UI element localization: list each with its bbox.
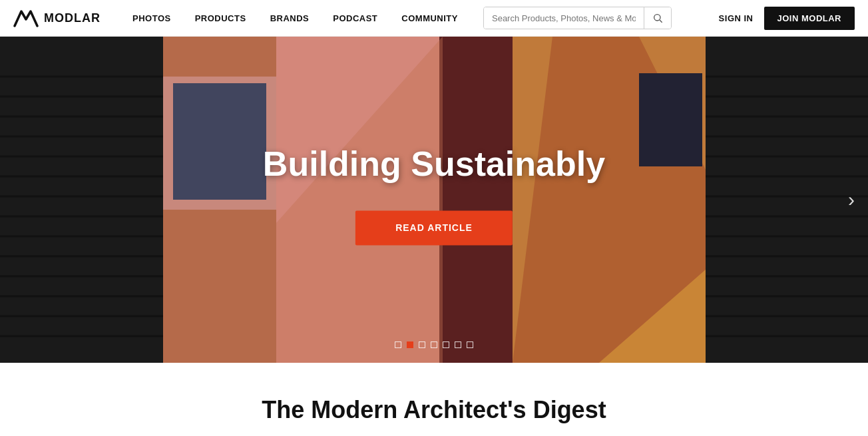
svg-rect-18	[706, 37, 868, 363]
svg-rect-39	[639, 73, 702, 166]
next-arrow-button[interactable]: ›	[848, 188, 855, 211]
main-nav: PHOTOS PRODUCTS BRANDS PODCAST COMMUNITY	[120, 0, 470, 37]
carousel-dot-4[interactable]	[431, 341, 437, 348]
svg-rect-3	[0, 37, 163, 363]
hero-section: Building Sustainably READ ARTICLE ›	[0, 37, 868, 363]
carousel-dot-2[interactable]	[407, 341, 413, 348]
search-icon	[652, 13, 663, 23]
sign-in-button[interactable]: SIGN IN	[719, 13, 754, 23]
site-header: MODLAR PHOTOS PRODUCTS BRANDS PODCAST CO…	[0, 0, 868, 37]
svg-point-0	[654, 15, 660, 21]
logo-icon	[13, 9, 39, 27]
carousel-dot-5[interactable]	[443, 341, 449, 348]
carousel-dot-1[interactable]	[395, 341, 401, 348]
search-button[interactable]	[644, 7, 671, 29]
nav-item-brands[interactable]: BRANDS	[258, 0, 322, 37]
search-wrap	[483, 7, 672, 29]
nav-item-products[interactable]: PRODUCTS	[183, 0, 258, 37]
carousel-dot-6[interactable]	[455, 341, 461, 348]
svg-rect-35	[173, 83, 266, 200]
hero-title: Building Sustainably	[263, 144, 605, 184]
nav-item-podcast[interactable]: PODCAST	[321, 0, 389, 37]
nav-item-photos[interactable]: PHOTOS	[120, 0, 183, 37]
logo-link[interactable]: MODLAR	[13, 9, 101, 27]
join-button[interactable]: JOIN MODLAR	[764, 7, 855, 30]
digest-section: The Modern Architect's Digest Join 314,0…	[0, 363, 868, 436]
hero-content: Building Sustainably READ ARTICLE	[263, 144, 605, 245]
svg-line-1	[660, 20, 662, 23]
carousel-dot-3[interactable]	[419, 341, 425, 348]
carousel-dot-7[interactable]	[467, 341, 473, 348]
search-input[interactable]	[484, 7, 644, 29]
digest-subtitle: Join 314,000 other AEC professionals who…	[208, 433, 660, 436]
carousel-dots	[395, 341, 473, 348]
read-article-button[interactable]: READ ARTICLE	[355, 210, 513, 245]
nav-item-community[interactable]: COMMUNITY	[389, 0, 470, 37]
header-right: SIGN IN JOIN MODLAR	[719, 7, 855, 30]
logo-text: MODLAR	[44, 11, 101, 25]
digest-title: The Modern Architect's Digest	[13, 396, 855, 424]
